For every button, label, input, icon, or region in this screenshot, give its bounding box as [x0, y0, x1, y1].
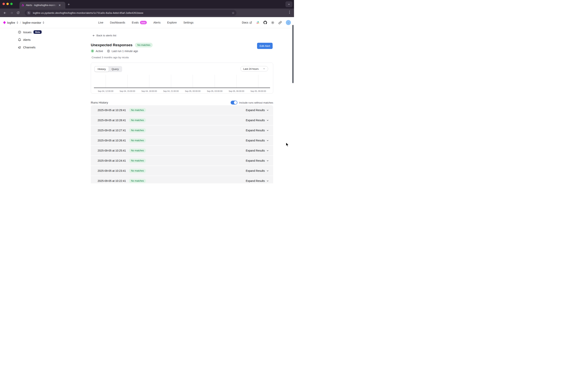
- expand-results-button[interactable]: Expand Results: [246, 179, 269, 183]
- tab-query[interactable]: Query: [109, 67, 122, 72]
- org-selector[interactable]: logfire: [7, 21, 15, 24]
- run-timestamp: 2025-09-05 at 10:23:41: [98, 169, 126, 172]
- chevron-down-icon: [263, 68, 265, 70]
- chart-x-axis: [94, 88, 270, 88]
- site-settings-icon[interactable]: [27, 11, 31, 15]
- project-selector-chevrons-icon[interactable]: [43, 21, 44, 24]
- x-tick: Sep 04, 12:00:00: [94, 90, 117, 92]
- megaphone-icon: [18, 46, 21, 49]
- logfire-favicon: [21, 4, 24, 7]
- sidebar-item-channels[interactable]: Channels: [0, 43, 91, 51]
- x-tick: Sep 04, 15:00:00: [116, 90, 139, 92]
- nav-item-settings[interactable]: Settings: [183, 21, 194, 24]
- nav-utilities: Docs -: [242, 20, 291, 25]
- x-tick: Sep 04, 21:00:00: [159, 90, 183, 92]
- user-avatar[interactable]: -: [286, 20, 291, 25]
- external-link-icon: [249, 21, 252, 24]
- mouse-cursor: [286, 142, 289, 147]
- issues-badge-icon: [18, 31, 21, 34]
- run-row: 2025-09-05 at 10:28:41 No matches Expand…: [91, 115, 273, 125]
- bookmark-star-icon[interactable]: ☆: [232, 11, 235, 15]
- run-row: 2025-09-05 at 10:22:41 No matches Expand…: [91, 176, 273, 184]
- run-row: 2025-09-05 at 10:25:41 No matches Expand…: [91, 146, 273, 155]
- alert-title: Unexpected Responses: [91, 43, 132, 47]
- chevron-down-icon: [266, 150, 269, 152]
- sidebar-item-issues[interactable]: Issues Beta: [0, 28, 91, 36]
- run-timestamp: 2025-09-05 at 10:24:41: [98, 159, 126, 162]
- zoom-window-button[interactable]: [10, 3, 13, 5]
- expand-results-button[interactable]: Expand Results: [246, 169, 269, 172]
- run-match-badge: No matches: [129, 118, 146, 122]
- url-bar[interactable]: logfire-us.pydantic.dev/logfire/logfire-…: [25, 10, 237, 16]
- run-row: 2025-09-05 at 10:29:41 No matches Expand…: [91, 105, 273, 115]
- x-tick: Sep 05, 09:00:00: [247, 90, 270, 92]
- minimize-window-button[interactable]: [6, 3, 9, 5]
- browser-tab[interactable]: Alerts · logfire/logfire-monitor ✕: [19, 2, 65, 8]
- expand-results-button[interactable]: Expand Results: [246, 119, 269, 122]
- org-selector-chevrons-icon[interactable]: [17, 21, 18, 24]
- tab-strip: Alerts · logfire/logfire-monitor ✕ +: [0, 0, 294, 8]
- issues-beta-badge: Beta: [34, 30, 42, 34]
- forward-button[interactable]: [8, 9, 15, 16]
- window-controls[interactable]: [2, 3, 13, 5]
- run-timestamp: 2025-09-05 at 10:29:41: [98, 108, 126, 112]
- chevron-down-icon: [266, 119, 269, 122]
- nav-links: Live Dashboards Evalsbeta Alerts Explore…: [98, 21, 194, 24]
- nav-item-evals[interactable]: Evalsbeta: [132, 21, 147, 24]
- sidebar-item-alerts[interactable]: Alerts: [0, 36, 91, 43]
- expand-results-button[interactable]: Expand Results: [246, 108, 269, 112]
- close-window-button[interactable]: [2, 3, 5, 5]
- run-row: 2025-09-05 at 10:27:41 No matches Expand…: [91, 125, 273, 135]
- url-text[interactable]: logfire-us.pydantic.dev/logfire/logfire-…: [33, 11, 230, 14]
- chevron-down-icon: [266, 139, 269, 142]
- panel-tabs: History Query: [94, 66, 122, 72]
- tab-search-button[interactable]: [285, 1, 292, 7]
- slack-icon[interactable]: [256, 21, 259, 24]
- chevron-down-icon: [266, 129, 269, 132]
- run-match-badge: No matches: [129, 108, 146, 112]
- nav-item-explore[interactable]: Explore: [167, 21, 177, 24]
- back-button[interactable]: [1, 9, 8, 16]
- edit-alert-button[interactable]: Edit Alert: [257, 43, 273, 49]
- expand-results-button[interactable]: Expand Results: [246, 139, 269, 142]
- share-link-icon[interactable]: [278, 21, 282, 24]
- run-match-badge: No matches: [129, 169, 146, 173]
- theme-toggle-sun-icon[interactable]: [271, 21, 274, 24]
- project-selector[interactable]: logfire-monitor: [23, 21, 41, 24]
- run-row: 2025-09-05 at 10:26:41 No matches Expand…: [91, 136, 273, 145]
- nav-item-live[interactable]: Live: [98, 21, 103, 24]
- run-match-badge: No matches: [129, 179, 146, 183]
- time-range-dropdown[interactable]: Last 24 hours: [240, 66, 268, 72]
- close-tab-icon[interactable]: ✕: [59, 4, 61, 7]
- docs-link[interactable]: Docs: [242, 21, 252, 24]
- run-match-badge: No matches: [129, 149, 146, 153]
- x-tick: Sep 05, 03:00:00: [203, 90, 226, 92]
- history-chart: Sep 04, 12:00:00 Sep 04, 15:00:00 Sep 04…: [94, 75, 270, 88]
- expand-results-button[interactable]: Expand Results: [246, 159, 269, 162]
- breadcrumb-separator: /: [20, 21, 21, 24]
- include-runs-toggle-label: Include runs without matches: [239, 101, 273, 104]
- tab-history[interactable]: History: [95, 67, 109, 72]
- x-tick: Sep 05, 06:00:00: [225, 90, 248, 92]
- reload-button[interactable]: [15, 9, 21, 16]
- github-icon[interactable]: [264, 21, 267, 24]
- expand-results-button[interactable]: Expand Results: [246, 149, 269, 152]
- run-timestamp: 2025-09-05 at 10:27:41: [98, 129, 126, 132]
- nav-item-dashboards[interactable]: Dashboards: [110, 21, 125, 24]
- back-to-alerts-link[interactable]: Back to alerts list: [92, 34, 116, 37]
- new-tab-button[interactable]: +: [68, 2, 70, 7]
- browser-menu-button[interactable]: [288, 10, 291, 14]
- browser-toolbar: logfire-us.pydantic.dev/logfire/logfire-…: [0, 8, 294, 17]
- alert-created-by: Created 3 months ago by nicola: [92, 56, 129, 59]
- run-timestamp: 2025-09-05 at 10:22:41: [98, 179, 126, 183]
- include-runs-toggle[interactable]: [231, 101, 238, 105]
- run-row: 2025-09-05 at 10:23:41 No matches Expand…: [91, 166, 273, 176]
- tab-title: Alerts · logfire/logfire-monitor: [26, 4, 57, 7]
- runs-history-heading: Runs History: [91, 101, 108, 104]
- app-navbar: logfire / logfire-monitor Live Dashboard…: [0, 17, 294, 28]
- alert-last-run: Last run 1 minute ago: [107, 50, 138, 53]
- page-scrollbar[interactable]: [292, 25, 294, 83]
- nav-item-alerts[interactable]: Alerts: [153, 21, 161, 24]
- x-tick: Sep 04, 18:00:00: [137, 90, 161, 92]
- expand-results-button[interactable]: Expand Results: [246, 129, 269, 132]
